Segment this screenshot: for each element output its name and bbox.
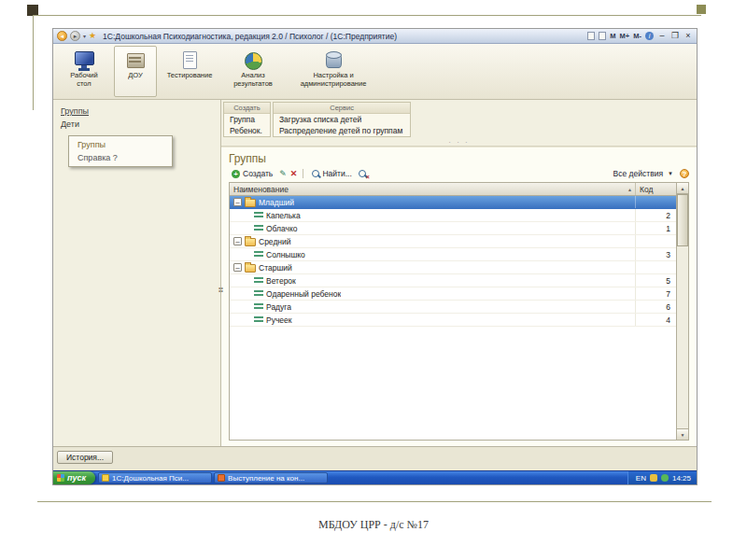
groups-form: Группы + Создать ✎ ✕ Найти...	[221, 147, 697, 446]
minimize-button[interactable]: –	[657, 32, 667, 40]
favorites-star-icon[interactable]: ★	[89, 32, 96, 40]
close-button[interactable]: ×	[684, 32, 693, 40]
section-settings[interactable]: Настройка и администрирование	[287, 46, 380, 97]
command-group-title: Создать	[224, 103, 270, 114]
panel-splitter[interactable]: ••••	[218, 287, 224, 292]
element-icon	[254, 212, 263, 219]
command-item[interactable]: Загрузка списка детей	[274, 114, 410, 125]
command-item[interactable]: Распределение детей по группам	[274, 125, 410, 136]
magnifier-icon	[359, 170, 366, 177]
forward-button[interactable]: ▸	[70, 31, 80, 41]
edit-pencil-icon[interactable]: ✎	[279, 170, 287, 178]
calc-memory-plus-button[interactable]: М+	[620, 32, 630, 40]
column-header-code[interactable]: Код	[635, 183, 676, 195]
all-actions-button[interactable]: Все действия ▼	[611, 168, 676, 179]
task-label: 1С:Дошкольная Пси...	[112, 474, 189, 483]
nav-popup: ГруппыСправка ?	[68, 135, 173, 167]
clear-search-button[interactable]: ×	[359, 170, 369, 177]
row-name-cell: Ручеек	[230, 315, 635, 325]
analysis-icon	[242, 49, 264, 71]
titlebar: ◂ ▸ ▾ ★ 1С:Дошкольная Психодиагностика, …	[53, 29, 697, 44]
panel-collapse-handle[interactable]: · · ·	[221, 140, 697, 145]
row-code-cell: 4	[635, 314, 676, 326]
scroll-down-icon[interactable]: ▼	[677, 428, 688, 440]
row-label: Ручеек	[266, 315, 292, 325]
system-tray: EN 14:25	[627, 471, 697, 484]
vertical-scrollbar[interactable]: ▲ ▼	[676, 183, 688, 440]
table-row[interactable]: Облачко1	[230, 222, 676, 235]
section-label: Анализ результатов	[227, 72, 279, 88]
find-button[interactable]: Найти...	[309, 168, 354, 179]
history-dropdown-icon[interactable]: ▾	[83, 33, 86, 39]
table-row[interactable]: Радуга6	[230, 301, 676, 314]
sections-bar: Рабочий столДОУТестированиеАнализ резуль…	[53, 44, 697, 100]
column-header-name[interactable]: Наименование ▲	[230, 183, 635, 195]
presentation-icon	[218, 474, 225, 482]
restore-button[interactable]: ❐	[670, 32, 680, 40]
table-row[interactable]: Ветерок5	[230, 274, 676, 287]
section-desktop[interactable]: Рабочий стол	[57, 46, 111, 97]
info-icon[interactable]: i	[645, 32, 654, 40]
start-button[interactable]: пуск	[53, 471, 95, 484]
document-icon[interactable]	[587, 32, 595, 40]
table-row[interactable]: Солнышко3	[230, 248, 676, 261]
command-item[interactable]: Ребенок.	[224, 125, 270, 136]
desktop-screenshot: ◂ ▸ ▾ ★ 1С:Дошкольная Психодиагностика, …	[52, 28, 698, 485]
calc-memory-button[interactable]: М	[610, 32, 615, 40]
nav-item[interactable]: Группы	[57, 105, 220, 118]
task-button[interactable]: Выступление на кон...	[214, 472, 328, 483]
row-code-cell: 7	[635, 287, 676, 300]
popup-item[interactable]: Справка ?	[69, 151, 172, 164]
window-title: 1С:Дошкольная Психодиагностика, редакция…	[99, 32, 585, 41]
testing-icon	[178, 49, 201, 71]
task-button[interactable]: 1С:Дошкольная Пси...	[98, 472, 212, 483]
list-toolbar: + Создать ✎ ✕ Найти...	[229, 168, 689, 179]
calc-memory-minus-button[interactable]: М-	[633, 32, 641, 40]
back-button[interactable]: ◂	[57, 31, 67, 41]
table-row[interactable]: Ручеек4	[230, 314, 676, 327]
nav-panel: ГруппыДети ГруппыСправка ?	[53, 100, 221, 446]
popup-item[interactable]: Группы	[69, 138, 172, 151]
section-analysis[interactable]: Анализ результатов	[222, 46, 284, 97]
collapse-icon[interactable]: –	[233, 263, 242, 272]
table-row[interactable]: –Младший	[230, 196, 676, 209]
help-icon[interactable]: ?	[680, 169, 689, 178]
tray-icon[interactable]	[650, 474, 657, 482]
nav-items: ГруппыДети	[57, 105, 220, 131]
table-row[interactable]: Капелька2	[230, 209, 676, 222]
collapse-icon[interactable]: –	[233, 237, 242, 245]
row-label: Старший	[259, 263, 292, 273]
form-title: Группы	[229, 152, 689, 165]
command-groups: СоздатьГруппаРебенок.СервисЗагрузка спис…	[223, 102, 697, 137]
scroll-thumb[interactable]	[677, 194, 688, 246]
table-row[interactable]: –Средний	[230, 235, 676, 248]
row-label: Радуга	[266, 302, 291, 312]
element-icon	[254, 303, 263, 311]
nav-item[interactable]: Дети	[57, 118, 220, 131]
clear-x-icon: ×	[366, 174, 370, 180]
section-building[interactable]: ДОУ	[114, 46, 157, 97]
create-button[interactable]: + Создать	[229, 168, 275, 179]
row-code-cell: 1	[635, 222, 676, 234]
groups-table-body: –МладшийКапелька2Облачко1–СреднийСолнышк…	[230, 196, 676, 440]
section-label: Рабочий стол	[65, 72, 103, 88]
tray-icon[interactable]	[661, 474, 669, 482]
row-code-cell: 6	[635, 301, 676, 313]
table-row[interactable]: –Старший	[230, 261, 676, 274]
scroll-up-icon[interactable]: ▲	[677, 183, 688, 194]
section-testing[interactable]: Тестирование	[160, 46, 219, 97]
command-item[interactable]: Группа	[224, 114, 270, 125]
delete-icon[interactable]: ✕	[290, 170, 298, 178]
collapse-icon[interactable]: –	[233, 198, 242, 206]
element-icon	[254, 251, 263, 259]
deco-top-line	[33, 15, 701, 16]
row-name-cell: –Средний	[230, 236, 635, 246]
document-icon[interactable]	[599, 32, 606, 40]
row-code-cell	[635, 196, 676, 208]
element-icon	[254, 316, 263, 324]
history-button[interactable]: История...	[57, 451, 113, 464]
row-label: Младший	[259, 198, 294, 207]
table-row[interactable]: Одаренный ребенок7	[230, 287, 676, 301]
row-code-cell	[635, 235, 676, 247]
language-indicator[interactable]: EN	[636, 474, 646, 483]
